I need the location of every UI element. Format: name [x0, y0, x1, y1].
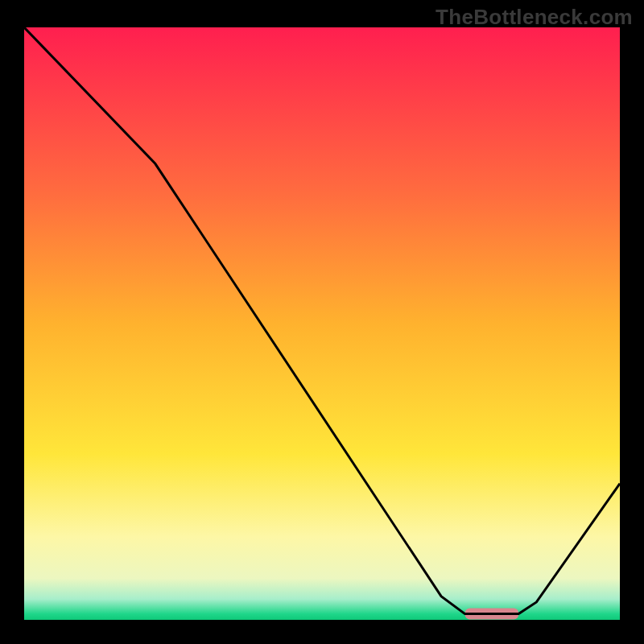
- watermark-text: TheBottleneck.com: [436, 5, 633, 30]
- frame: TheBottleneck.com: [0, 0, 644, 644]
- chart-svg: [24, 27, 620, 620]
- chart-area: [24, 27, 620, 620]
- chart-background: [24, 27, 620, 620]
